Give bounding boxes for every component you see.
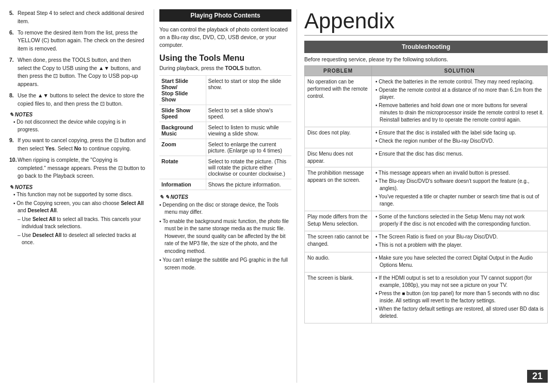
step-9: 9. If you want to cancel copying, press … [9,137,146,153]
notes-box-1: NOTES ▪ Do not disconnect the device whi… [9,111,146,133]
problem-cell: Disc Menu does not appear. [305,148,372,167]
problem-cell: No audio. [305,252,372,272]
tools-row-speed: Slide Show Speed Select to set a slide s… [159,105,291,122]
table-row: No audio.• Make sure you have selected t… [305,252,548,272]
table-row: Disc does not play.• Ensure that the dis… [305,127,548,148]
appendix-title: Appendix [304,9,548,36]
left-column: 5. Repeat Step 4 to select and check add… [9,9,154,383]
table-row: No operation can be performed with the r… [305,76,548,127]
step-6: 6. To remove the desired item from the l… [9,29,146,53]
tools-row-info: Information Shows the picture informatio… [159,179,291,190]
step-10: 10. When ripping is complete, the "Copyi… [9,156,146,180]
using-tools-intro: During playback, press the TOOLS button. [159,65,291,71]
tools-row-slideshow: Start Slide Show/Stop Slide Show Select … [159,75,291,105]
problem-header: PROBLEM [305,66,372,76]
table-row: Play mode differs from the Setup Menu se… [305,211,548,231]
table-row: The screen ratio cannot be changed.• The… [305,231,548,252]
playing-photo-header: Playing Photo Contents [159,9,291,22]
tools-table: Start Slide Show/Stop Slide Show Select … [159,75,291,190]
using-tools-title: Using the Tools Menu [159,54,291,63]
page-number: 21 [527,370,548,383]
problem-cell: The prohibition message appears on the s… [305,167,372,211]
mid-notes: ✎ NOTES ▪ Depending on the disc or stora… [159,194,291,272]
tools-row-zoom: Zoom Select to enlarge the current pictu… [159,139,291,156]
solution-cell: • If the HDMI output is set to a resolut… [372,272,548,323]
playing-photo-intro: You can control the playback of photo co… [159,26,291,49]
problem-cell: The screen ratio cannot be changed. [305,231,372,252]
solution-header: SOLUTION [372,66,548,76]
solution-cell: • Check the batteries in the remote cont… [372,76,548,127]
troubleshooting-header: Troubleshooting [304,41,548,53]
step-5: 5. Repeat Step 4 to select and check add… [9,9,146,26]
table-header-row: PROBLEM SOLUTION [305,66,548,76]
mid-column: Playing Photo Contents You can control t… [154,9,297,383]
trouble-table: PROBLEM SOLUTION No operation can be per… [304,65,548,323]
before-text: Before requesting service, please try th… [304,56,548,62]
solution-cell: • Ensure that the disc is installed with… [372,127,548,148]
solution-cell: • Ensure that the disc has disc menus. [372,148,548,167]
step-8: 8. Use the ▲▼ buttons to select the devi… [9,92,146,108]
problem-cell: Disc does not play. [305,127,372,148]
solution-cell: • This message appears when an invalid b… [372,167,548,211]
solution-cell: • The Screen Ratio is fixed on your Blu-… [372,231,548,252]
solution-cell: • Some of the functions selected in the … [372,211,548,231]
notes-box-2: NOTES ▪ This function may not be support… [9,183,146,247]
step-7: 7. When done, press the TOOLS button, an… [9,56,146,89]
tools-row-rotate: Rotate Select to rotate the picture. (Th… [159,156,291,179]
tools-row-bgmusic: BackgroundMusic Select to listen to musi… [159,122,291,139]
table-row: The prohibition message appears on the s… [305,167,548,211]
solution-cell: • Make sure you have selected the correc… [372,252,548,272]
right-column: Appendix Troubleshooting Before requesti… [297,9,548,383]
problem-cell: Play mode differs from the Setup Menu se… [305,211,372,231]
problem-cell: The screen is blank. [305,272,372,323]
table-row: The screen is blank.• If the HDMI output… [305,272,548,323]
problem-cell: No operation can be performed with the r… [305,76,372,127]
table-row: Disc Menu does not appear.• Ensure that … [305,148,548,167]
